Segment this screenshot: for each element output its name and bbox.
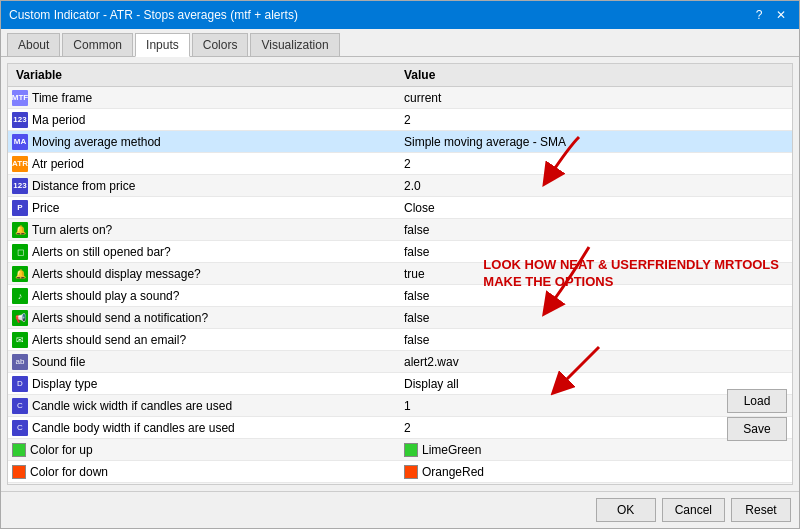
table-row[interactable]: ♪Alerts should play a sound?false bbox=[8, 285, 792, 307]
tab-visualization[interactable]: Visualization bbox=[250, 33, 339, 56]
variable-label: Candle body width if candles are used bbox=[32, 421, 235, 435]
row-icon: ATR bbox=[12, 156, 28, 172]
value-cell: false bbox=[400, 221, 792, 239]
cancel-button[interactable]: Cancel bbox=[662, 498, 725, 522]
value-cell: false bbox=[400, 331, 792, 349]
table-row[interactable]: MAMoving average methodSimple moving ave… bbox=[8, 131, 792, 153]
value-label: Simple moving average - SMA bbox=[404, 135, 566, 149]
variable-cell: Color for up bbox=[8, 441, 400, 459]
variable-label: Ma period bbox=[32, 113, 85, 127]
row-icon: 🔔 bbox=[12, 266, 28, 282]
row-icon: 123 bbox=[12, 178, 28, 194]
row-icon: 123 bbox=[12, 112, 28, 128]
value-label: 2 bbox=[404, 421, 411, 435]
main-area: Variable Value MTFTime framecurrent123Ma… bbox=[1, 57, 799, 491]
value-color-swatch-icon bbox=[404, 465, 418, 479]
variable-label: Sound file bbox=[32, 355, 85, 369]
row-icon: ♪ bbox=[12, 288, 28, 304]
value-cell: 2 bbox=[400, 111, 792, 129]
table-row[interactable]: ◻Alerts on still opened bar?false bbox=[8, 241, 792, 263]
table-body: MTFTime framecurrent123Ma period2MAMovin… bbox=[8, 87, 792, 484]
row-icon: 📢 bbox=[12, 310, 28, 326]
variable-cell: 📢Alerts should send a notification? bbox=[8, 308, 400, 328]
title-bar-left: Custom Indicator - ATR - Stops averages … bbox=[9, 8, 298, 22]
ok-cancel-bar: OK Cancel Reset bbox=[1, 491, 799, 528]
value-label: current bbox=[404, 91, 441, 105]
reset-button[interactable]: Reset bbox=[731, 498, 791, 522]
ok-button[interactable]: OK bbox=[596, 498, 656, 522]
tab-about[interactable]: About bbox=[7, 33, 60, 56]
value-label: false bbox=[404, 245, 429, 259]
value-cell: false bbox=[400, 287, 792, 305]
row-icon: ab bbox=[12, 354, 28, 370]
row-icon: MA bbox=[12, 134, 28, 150]
close-button[interactable]: ✕ bbox=[771, 6, 791, 24]
tab-bar: About Common Inputs Colors Visualization bbox=[1, 29, 799, 57]
table-row[interactable]: MTFTime framecurrent bbox=[8, 87, 792, 109]
value-label: 2 bbox=[404, 113, 411, 127]
title-bar-controls: ? ✕ bbox=[749, 6, 791, 24]
variable-label: Color for down bbox=[30, 465, 108, 479]
side-buttons: Load Save bbox=[727, 389, 787, 441]
color-swatch-icon bbox=[12, 443, 26, 457]
variable-cell: ATRAtr period bbox=[8, 154, 400, 174]
row-icon: C bbox=[12, 420, 28, 436]
value-cell: alert2.wav bbox=[400, 353, 792, 371]
value-label: false bbox=[404, 333, 429, 347]
table-row[interactable]: ATRAtr period2 bbox=[8, 153, 792, 175]
value-label: 1 bbox=[404, 399, 411, 413]
table-row[interactable]: Color for upLimeGreen bbox=[8, 439, 792, 461]
color-swatch-icon bbox=[12, 465, 26, 479]
table-row[interactable]: abSound filealert2.wav bbox=[8, 351, 792, 373]
variable-cell: PPrice bbox=[8, 198, 400, 218]
table-row[interactable]: CCandle wick width if candles are used1 bbox=[8, 395, 792, 417]
variable-label: Distance from price bbox=[32, 179, 135, 193]
table-row[interactable]: Wick up colorLimeGreen bbox=[8, 483, 792, 484]
table-row[interactable]: 123Ma period2 bbox=[8, 109, 792, 131]
main-window: Custom Indicator - ATR - Stops averages … bbox=[0, 0, 800, 529]
variable-label: Candle wick width if candles are used bbox=[32, 399, 232, 413]
variable-cell: 123Distance from price bbox=[8, 176, 400, 196]
value-label: false bbox=[404, 289, 429, 303]
value-label: false bbox=[404, 311, 429, 325]
table-header: Variable Value bbox=[8, 64, 792, 87]
variable-label: Alerts should play a sound? bbox=[32, 289, 179, 303]
table-row[interactable]: PPriceClose bbox=[8, 197, 792, 219]
row-icon: P bbox=[12, 200, 28, 216]
value-label: 2 bbox=[404, 157, 411, 171]
variable-label: Alerts should send a notification? bbox=[32, 311, 208, 325]
value-label: OrangeRed bbox=[422, 465, 484, 479]
variable-cell: 🔔Turn alerts on? bbox=[8, 220, 400, 240]
load-button[interactable]: Load bbox=[727, 389, 787, 413]
value-label: alert2.wav bbox=[404, 355, 459, 369]
row-icon: ✉ bbox=[12, 332, 28, 348]
row-icon: D bbox=[12, 376, 28, 392]
table-row[interactable]: Color for downOrangeRed bbox=[8, 461, 792, 483]
value-cell: 2 bbox=[400, 155, 792, 173]
variable-cell: 123Ma period bbox=[8, 110, 400, 130]
help-button[interactable]: ? bbox=[749, 6, 769, 24]
table-row[interactable]: DDisplay typeDisplay all bbox=[8, 373, 792, 395]
tab-common[interactable]: Common bbox=[62, 33, 133, 56]
table-row[interactable]: ✉Alerts should send an email?false bbox=[8, 329, 792, 351]
variable-label: Turn alerts on? bbox=[32, 223, 112, 237]
variable-cell: ◻Alerts on still opened bar? bbox=[8, 242, 400, 262]
value-color-swatch-icon bbox=[404, 443, 418, 457]
value-label: 2.0 bbox=[404, 179, 421, 193]
save-button[interactable]: Save bbox=[727, 417, 787, 441]
row-icon: ◻ bbox=[12, 244, 28, 260]
table-row[interactable]: 123Distance from price2.0 bbox=[8, 175, 792, 197]
window-title: Custom Indicator - ATR - Stops averages … bbox=[9, 8, 298, 22]
tab-inputs[interactable]: Inputs bbox=[135, 33, 190, 57]
table-row[interactable]: 🔔Turn alerts on?false bbox=[8, 219, 792, 241]
variable-cell: MAMoving average method bbox=[8, 132, 400, 152]
table-row[interactable]: CCandle body width if candles are used2 bbox=[8, 417, 792, 439]
variable-cell: ✉Alerts should send an email? bbox=[8, 330, 400, 350]
value-cell: LimeGreen bbox=[400, 441, 792, 459]
value-cell: false bbox=[400, 309, 792, 327]
table-row[interactable]: 📢Alerts should send a notification?false bbox=[8, 307, 792, 329]
tab-colors[interactable]: Colors bbox=[192, 33, 249, 56]
variable-label: Price bbox=[32, 201, 59, 215]
value-cell: OrangeRed bbox=[400, 463, 792, 481]
table-row[interactable]: 🔔Alerts should display message?true bbox=[8, 263, 792, 285]
